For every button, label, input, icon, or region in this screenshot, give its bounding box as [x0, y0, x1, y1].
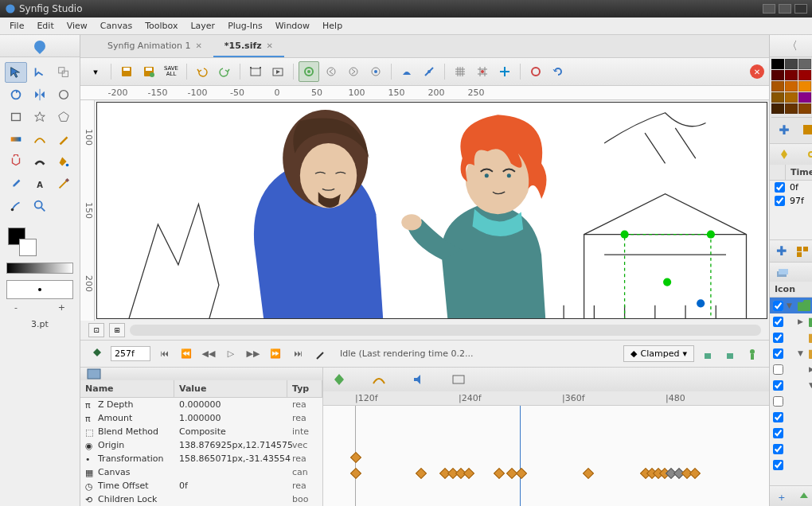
layer-row[interactable]: 15-6.png [770, 393, 812, 409]
animate-edit-icon[interactable] [744, 345, 761, 363]
document-tab-2[interactable]: *15.sifz✕ [213, 36, 284, 57]
smooth-move-tool[interactable] [29, 62, 51, 83]
palette-add-icon[interactable]: ✚ [776, 123, 792, 137]
keyframe-lock-past-icon[interactable] [699, 345, 716, 363]
onion-settings-icon[interactable] [365, 61, 386, 82]
onion-next-icon[interactable] [343, 61, 364, 82]
layer-visible-checkbox[interactable] [773, 333, 783, 343]
layer-row[interactable]: 15-4.sifz.lst [770, 329, 812, 345]
play-icon[interactable]: ▷ [222, 345, 240, 363]
canvas-viewport[interactable] [96, 102, 767, 319]
keyframe-row[interactable]: 97f0f(JMP) [770, 194, 812, 208]
layer-row[interactable]: ▶man [770, 457, 812, 473]
animate-mode-icon[interactable] [88, 345, 106, 363]
menu-help[interactable]: Help [316, 18, 349, 33]
snap-grid-icon[interactable] [472, 61, 493, 82]
param-row[interactable]: •Transformation158.865071px,-31.43554rea [80, 452, 322, 465]
palette-color[interactable] [798, 81, 811, 91]
close-tab-icon[interactable]: ✕ [750, 64, 764, 79]
onion-skin-icon[interactable] [299, 61, 319, 82]
palette-color[interactable] [798, 92, 811, 103]
col-type[interactable]: Typ [287, 380, 322, 397]
nav-prev-icon[interactable]: 〈 [783, 38, 801, 54]
seek-next-frame-icon[interactable]: ▶▶ [244, 345, 262, 363]
gradient-preview[interactable] [6, 263, 73, 274]
palette-color[interactable] [785, 103, 798, 114]
palette-color[interactable] [785, 92, 798, 103]
grid-icon[interactable] [450, 61, 470, 82]
refresh-icon[interactable] [548, 61, 568, 82]
save-icon[interactable] [116, 61, 137, 82]
menu-layer[interactable]: Layer [184, 18, 221, 33]
layer-visible-checkbox[interactable] [773, 317, 783, 327]
palette-color[interactable] [798, 103, 811, 114]
palette-color[interactable] [785, 81, 798, 91]
zoom-tool[interactable] [29, 196, 51, 216]
preview-icon[interactable] [267, 61, 288, 82]
param-row[interactable]: ⟲Children Lockboo [80, 492, 322, 506]
layer-visible-checkbox[interactable] [773, 301, 783, 311]
star-tool[interactable] [29, 107, 51, 127]
menu-dropdown-icon[interactable]: ▾ [85, 61, 106, 82]
seek-end-icon[interactable]: ⏭ [289, 345, 306, 363]
layer-visible-checkbox[interactable] [773, 380, 783, 391]
timeline-sound-icon[interactable] [411, 372, 427, 387]
layer-row[interactable]: ▼Group [770, 377, 812, 393]
layer-visible-checkbox[interactable] [773, 364, 783, 375]
keyframe-row[interactable]: 0f97f(JMP) [770, 181, 812, 194]
palette-color[interactable] [798, 59, 811, 69]
seek-prev-frame-icon[interactable]: ◀◀ [200, 345, 217, 363]
close-window-button[interactable] [794, 4, 807, 14]
onion-prev-icon[interactable] [321, 61, 342, 82]
timeline-curve-icon[interactable] [371, 372, 387, 387]
layer-up-icon[interactable] [797, 490, 811, 503]
layer-group-icon[interactable] [796, 246, 809, 257]
layer-visible-checkbox[interactable] [773, 396, 783, 407]
seek-start-icon[interactable]: ⏮ [155, 345, 173, 363]
layer-expand-icon[interactable]: ▶ [809, 365, 812, 373]
timeline-tracks[interactable] [323, 406, 769, 506]
size-plus[interactable]: + [58, 302, 65, 313]
horizontal-scrollbar[interactable] [130, 325, 761, 336]
color-swatches[interactable] [6, 228, 73, 256]
document-tab-1[interactable]: Synfig Animation 1✕ [96, 36, 213, 57]
layer-visible-checkbox[interactable] [773, 444, 783, 454]
layer-row[interactable]: Skeleton [770, 425, 812, 441]
col-value[interactable]: Value [174, 380, 287, 397]
save-all-icon[interactable]: SAVEALL [161, 61, 182, 82]
seek-prev-kf-icon[interactable]: ⏪ [178, 345, 195, 363]
spline-tool[interactable] [29, 129, 51, 150]
brush-size-value[interactable]: 3.pt [6, 316, 73, 333]
palette-color[interactable] [771, 103, 784, 114]
layer-visible-checkbox[interactable] [773, 412, 783, 422]
undo-icon[interactable] [192, 61, 213, 82]
palette-color[interactable] [771, 81, 784, 91]
brush-status-icon[interactable] [311, 345, 329, 363]
save-as-icon[interactable] [139, 61, 159, 82]
param-row[interactable]: πZ Depth0.000000rea [80, 398, 322, 411]
palette-color[interactable] [785, 70, 798, 80]
minimize-button[interactable] [763, 4, 775, 14]
palette-save-icon[interactable] [800, 123, 812, 137]
palette-color[interactable] [771, 92, 784, 103]
background-color[interactable] [19, 239, 37, 256]
fill-tool[interactable] [53, 151, 75, 172]
polygon-tool[interactable] [53, 107, 75, 127]
transform-tool[interactable] [5, 62, 27, 83]
palette-color[interactable] [771, 59, 784, 69]
layer-visible-checkbox[interactable] [773, 348, 783, 359]
circle-tool[interactable] [53, 84, 75, 105]
layer-expand-icon[interactable]: ▼ [809, 381, 812, 389]
param-row[interactable]: ◷Time Offset0frea [80, 479, 322, 492]
current-frame-input[interactable] [111, 346, 150, 361]
layer-row[interactable]: ▼Group [770, 409, 812, 425]
maximize-button[interactable] [779, 4, 791, 14]
keyframe-checkbox[interactable] [775, 182, 785, 193]
sketch-tool[interactable] [53, 173, 75, 194]
guides-icon[interactable] [494, 61, 515, 82]
layer-add-icon[interactable]: + [775, 490, 789, 503]
timeline-kf-icon[interactable] [331, 372, 347, 387]
col-name[interactable]: Name [80, 380, 174, 397]
menu-edit[interactable]: Edit [30, 18, 60, 33]
layer-expand-icon[interactable]: ▶ [798, 317, 806, 325]
